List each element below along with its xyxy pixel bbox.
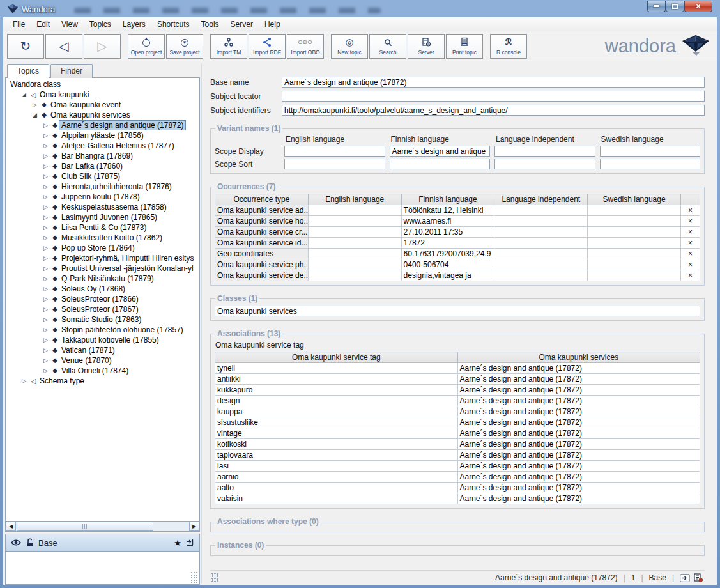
layer-star-icon[interactable]: ★	[174, 539, 181, 547]
occurrence-cell-finnish[interactable]: Töölönkatu 12, Helsinki	[401, 205, 494, 216]
tree-expander-closed-icon[interactable]	[41, 171, 50, 182]
status-layer-db-icon[interactable]	[693, 573, 703, 582]
tree-expander-closed-icon[interactable]	[41, 366, 50, 376]
tree-expander-closed-icon[interactable]	[41, 151, 50, 161]
minimize-button[interactable]	[647, 1, 666, 12]
delete-occurrence-button[interactable]: ×	[681, 205, 700, 216]
import-rdf-button[interactable]: Import RDF	[249, 34, 286, 59]
association-topic-cell[interactable]: Aarne´s design and antique (17872)	[457, 363, 700, 374]
column-header[interactable]: Oma kaupunki services	[457, 352, 700, 363]
column-header[interactable]: Finnish language	[401, 194, 494, 205]
association-tag-cell[interactable]: valaisin	[215, 493, 458, 504]
variant-input[interactable]	[390, 146, 491, 157]
menu-item[interactable]: Shortcuts	[151, 18, 195, 31]
occurrence-cell-finnish[interactable]: 17872	[401, 238, 494, 249]
scroll-right-icon[interactable]: ▶	[189, 522, 199, 531]
back-button[interactable]: ◁	[45, 34, 82, 59]
association-tag-cell[interactable]: aalto	[215, 483, 458, 493]
save-project-button[interactable]: Save project	[166, 34, 203, 59]
association-topic-cell[interactable]: Aarne´s design and antique (17872)	[457, 417, 700, 428]
new-topic-button[interactable]: ◎ New topic	[331, 34, 368, 59]
menu-item[interactable]: File	[7, 18, 31, 31]
occurrence-cell-independent[interactable]	[494, 205, 588, 216]
tree-expander-closed-icon[interactable]	[41, 253, 50, 263]
occurrence-type-cell[interactable]: Geo coordinates	[215, 249, 309, 259]
import-tm-button[interactable]: Import TM	[210, 34, 247, 59]
tree-item[interactable]: Stopin päihteetön olohuone (17857)	[6, 325, 199, 335]
association-tag-cell[interactable]: tynell	[215, 363, 458, 374]
tree-item[interactable]: Ateljee-Galleria Helenius (17877)	[6, 141, 199, 151]
tab-finder[interactable]: Finder	[50, 64, 93, 78]
association-tag-cell[interactable]: vintage	[215, 428, 458, 439]
tree-expander-closed-icon[interactable]	[41, 202, 50, 212]
association-topic-cell[interactable]: Aarne´s design and antique (17872)	[457, 439, 700, 450]
tree-item[interactable]: Venue (17870)	[6, 355, 199, 366]
server-button[interactable]: Server	[408, 34, 445, 59]
association-tag-cell[interactable]: kauppa	[215, 406, 458, 417]
occurrence-cell-independent[interactable]	[494, 227, 588, 238]
tree-expander-closed-icon[interactable]	[41, 263, 50, 274]
tree-expander-closed-icon[interactable]	[41, 130, 50, 141]
menu-item[interactable]: Edit	[31, 18, 56, 31]
occurrence-type-cell[interactable]: Oma kaupunki service id...	[215, 238, 309, 249]
occurrence-cell-independent[interactable]	[494, 270, 588, 281]
occurrence-cell-english[interactable]	[308, 205, 401, 216]
column-header[interactable]: English language	[308, 194, 401, 205]
menu-item[interactable]: View	[56, 18, 84, 31]
variant-input[interactable]	[284, 146, 385, 157]
delete-occurrence-button[interactable]: ×	[681, 249, 700, 259]
occurrence-type-cell[interactable]: Oma kaupunki service cr...	[215, 227, 309, 238]
variant-input[interactable]	[494, 159, 595, 169]
layer-bar-base[interactable]: Base ★	[5, 534, 200, 552]
occurrence-type-cell[interactable]: Oma kaupunki service de...	[215, 270, 309, 281]
association-topic-cell[interactable]: Aarne´s design and antique (17872)	[457, 406, 700, 417]
association-tag-cell[interactable]: kukkapuro	[215, 385, 458, 396]
occurrence-cell-swedish[interactable]	[588, 270, 681, 281]
menu-item[interactable]: Help	[259, 18, 286, 31]
tree-item[interactable]: Wandora class	[6, 79, 199, 89]
tree-expander-closed-icon[interactable]	[41, 355, 50, 366]
tree-item[interactable]: Oma kaupunki	[6, 89, 199, 100]
tree-item[interactable]: Oma kaupunki event	[6, 100, 199, 110]
status-view-icon[interactable]	[680, 574, 690, 582]
tree-item[interactable]: Proutist Universal -järjestön Konalan-yl	[6, 263, 199, 274]
menu-item[interactable]: Layers	[117, 18, 151, 31]
occurrence-cell-english[interactable]	[308, 216, 401, 227]
scroll-left-icon[interactable]: ◀	[6, 522, 16, 531]
delete-occurrence-button[interactable]: ×	[681, 238, 700, 249]
tree-item[interactable]: Liisa Pentti & Co (17873)	[6, 222, 199, 233]
variant-input[interactable]	[284, 159, 385, 169]
variant-input[interactable]	[600, 146, 701, 157]
tree-item[interactable]: Oma kaupunki services	[6, 110, 199, 120]
association-topic-cell[interactable]: Aarne´s design and antique (17872)	[457, 483, 700, 493]
association-topic-cell[interactable]: Aarne´s design and antique (17872)	[457, 374, 700, 385]
tree-item[interactable]: Bar Lafka (17860)	[6, 161, 199, 171]
occurrence-cell-english[interactable]	[308, 238, 401, 249]
tree-item[interactable]: Somatic Studio (17863)	[6, 314, 199, 325]
occurrence-cell-english[interactable]	[308, 249, 401, 259]
layer-unlocked-icon[interactable]	[26, 538, 34, 547]
tree-expander-closed-icon[interactable]	[19, 376, 29, 386]
tree-item[interactable]: Q-Park Nilsiänkatu (17879)	[6, 274, 199, 284]
tree-item[interactable]: Projektori-ryhmä, Himputti Hiiren esitys	[6, 253, 199, 263]
tree-expander-closed-icon[interactable]	[41, 284, 50, 294]
association-topic-cell[interactable]: Aarne´s design and antique (17872)	[457, 472, 700, 483]
tree-item[interactable]: SoleusProteor (17866)	[6, 294, 199, 304]
tree-expander-closed-icon[interactable]	[41, 294, 50, 304]
tree-expander-closed-icon[interactable]	[30, 100, 40, 110]
occurrence-cell-independent[interactable]	[494, 249, 588, 259]
refresh-button[interactable]: ↻	[7, 34, 44, 59]
tree-item[interactable]: Soleus Oy (17868)	[6, 284, 199, 294]
association-topic-cell[interactable]: Aarne´s design and antique (17872)	[457, 450, 700, 461]
occurrence-cell-swedish[interactable]	[588, 205, 681, 216]
tree-expander-closed-icon[interactable]	[41, 325, 50, 335]
association-topic-cell[interactable]: Aarne´s design and antique (17872)	[457, 493, 700, 504]
column-header[interactable]: Occurrence type	[215, 194, 309, 205]
delete-occurrence-button[interactable]: ×	[681, 216, 700, 227]
association-topic-cell[interactable]: Aarne´s design and antique (17872)	[457, 385, 700, 396]
occurrence-cell-swedish[interactable]	[588, 249, 681, 259]
tree-expander-closed-icon[interactable]	[41, 274, 50, 284]
occurrence-cell-finnish[interactable]: designia,vintagea ja	[401, 270, 494, 281]
association-tag-cell[interactable]: design	[215, 396, 458, 406]
association-tag-cell[interactable]: lasi	[215, 461, 458, 472]
